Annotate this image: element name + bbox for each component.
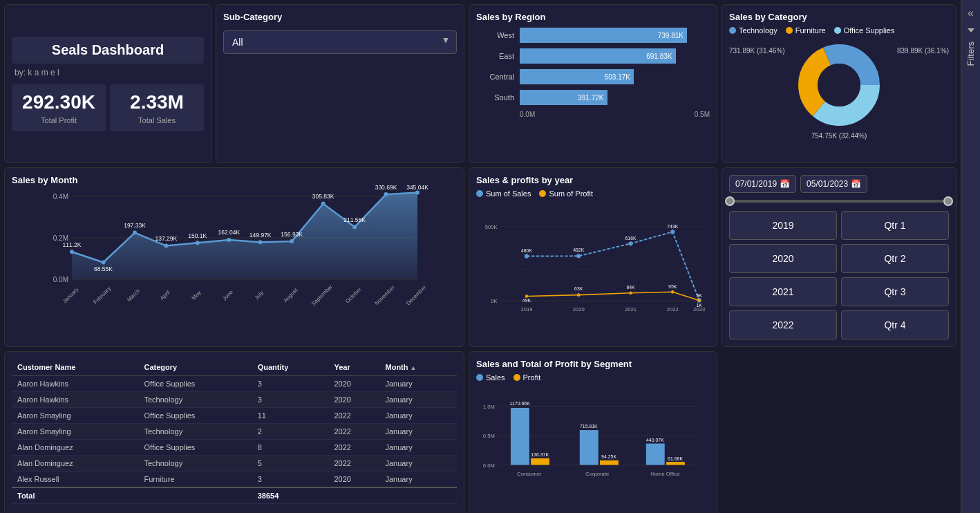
total-profit-label: Total Profit: [19, 116, 99, 124]
svg-text:330.69K: 330.69K: [375, 184, 397, 191]
svg-point-22: [415, 191, 420, 195]
svg-text:137.29K: 137.29K: [156, 235, 178, 242]
table-row: Aaron Hawkins Office Supplies 3 2020 Jan…: [12, 376, 457, 392]
segment-title: Sales and Total of Profit by Segment: [476, 359, 710, 369]
svg-text:May: May: [191, 290, 202, 301]
date-slider-row: [729, 200, 949, 203]
sidebar-collapse-icon[interactable]: «: [968, 7, 974, 19]
svg-text:0.4M: 0.4M: [53, 193, 68, 200]
svg-text:743K: 743K: [667, 224, 679, 229]
svg-text:94.25K: 94.25K: [601, 454, 616, 459]
subcategory-select[interactable]: All Accessories Appliances Art Binders B…: [223, 30, 457, 54]
filters-label[interactable]: Filters: [965, 41, 976, 66]
svg-text:95K: 95K: [668, 284, 677, 289]
svg-text:211.56K: 211.56K: [343, 216, 366, 223]
sales-by-category-card: Sales by Category Technology Furniture O…: [722, 4, 957, 163]
total-sales-label: Total Sales: [117, 116, 197, 124]
svg-point-69: [629, 291, 632, 295]
year-btn-2019[interactable]: 2019: [729, 211, 837, 240]
date-slider-track[interactable]: [729, 200, 949, 203]
subcategory-title: Sub-Category: [223, 12, 457, 22]
table-scroll[interactable]: Customer Name Category Quantity Year Mon…: [12, 359, 457, 504]
legend-sum-sales: Sum of Sales: [476, 189, 531, 198]
svg-text:480K: 480K: [521, 248, 533, 253]
slider-thumb-right[interactable]: [943, 196, 953, 206]
date-range-row: 07/01/2019 📅 05/01/2023 📅: [729, 175, 949, 193]
svg-text:345.04K: 345.04K: [406, 184, 428, 191]
region-title: Sales by Region: [476, 12, 710, 22]
segment-svg: 1.0M 0.5M 0.0M 1170.66K 136.37K 715.81K …: [476, 387, 710, 508]
svg-text:150.1K: 150.1K: [188, 232, 207, 239]
subcategory-select-wrapper[interactable]: All Accessories Appliances Art Binders B…: [223, 26, 457, 54]
svg-text:0.0M: 0.0M: [53, 276, 68, 283]
svg-point-67: [525, 295, 529, 298]
svg-point-58: [576, 254, 581, 258]
legend-sum-profit: Sum of Profit: [539, 189, 593, 198]
qtr-btn-3[interactable]: Qtr 3: [841, 277, 949, 306]
sales-by-month-card: Sales by Month 0.4M 0.2M 0.0M: [4, 167, 464, 347]
svg-text:482K: 482K: [573, 248, 585, 252]
table-total-row: Total 38654: [12, 487, 457, 504]
start-date-box[interactable]: 07/01/2019 📅: [729, 175, 796, 193]
svg-text:Corporate: Corporate: [585, 471, 609, 477]
qtr-btn-4[interactable]: Qtr 4: [841, 310, 949, 339]
total-sales-box: 2.33M Total Sales: [110, 84, 204, 131]
svg-point-16: [227, 238, 231, 242]
svg-text:0.0M: 0.0M: [483, 463, 495, 469]
svg-text:616K: 616K: [625, 236, 637, 241]
sales-by-region-card: Sales by Region West 739.81K East 691.83…: [469, 4, 717, 163]
slider-thumb-left[interactable]: [725, 196, 735, 206]
donut-chart-wrapper: 731.89K (31.46%) 839.89K (36.1%) 754.75K…: [729, 40, 949, 130]
year-svg: 500K 0K 2019 2020 2021 2022 2023 480K 48…: [476, 203, 710, 335]
region-bar-south: South 391.72K: [476, 90, 710, 105]
data-table: Customer Name Category Quantity Year Mon…: [12, 359, 457, 504]
homeoffice-profit-bar: [666, 462, 685, 465]
svg-text:63K: 63K: [574, 286, 583, 291]
total-profit-value: 292.30K: [19, 91, 99, 113]
table-row: Aaron Smayling Office Supplies 11 2022 J…: [12, 408, 457, 424]
dashboard-title: Seals Dashboard: [12, 37, 204, 64]
svg-text:1.0M: 1.0M: [483, 404, 495, 410]
sum-profit-dot: [539, 190, 546, 197]
svg-point-12: [102, 261, 106, 265]
col-header-quantity: Quantity: [252, 359, 329, 376]
svg-text:149.97K: 149.97K: [249, 232, 272, 239]
svg-point-20: [352, 225, 357, 229]
end-date-box[interactable]: 05/01/2023 📅: [800, 175, 867, 193]
year-btn-2022[interactable]: 2022: [729, 310, 837, 339]
total-label: Total: [12, 487, 138, 504]
year-legend: Sum of Sales Sum of Profit: [476, 189, 710, 198]
col-header-month[interactable]: Month ▲: [380, 359, 458, 376]
year-btn-2020[interactable]: 2020: [729, 244, 837, 273]
total-profit-box: 292.30K Total Profit: [12, 84, 106, 131]
svg-point-17: [258, 240, 263, 244]
svg-text:0K: 0K: [491, 298, 498, 304]
subcategory-card: Sub-Category All Accessories Appliances …: [216, 4, 464, 163]
svg-text:2022: 2022: [667, 306, 679, 313]
svg-text:715.81K: 715.81K: [580, 424, 598, 429]
col-header-year: Year: [328, 359, 379, 376]
legend-office-supplies: Office Supplies: [834, 26, 895, 35]
svg-text:1K: 1K: [696, 303, 702, 308]
year-btn-2021[interactable]: 2021: [729, 277, 837, 306]
qtr-btn-1[interactable]: Qtr 1: [841, 211, 949, 240]
svg-point-14: [164, 244, 168, 248]
date-selector-card: 07/01/2019 📅 05/01/2023 📅 2019 Qtr 1 202…: [722, 167, 957, 347]
donut-chart: [794, 40, 884, 130]
corporate-sales-bar: [580, 430, 599, 465]
table-row: Alex Russell Furniture 3 2020 January: [12, 472, 457, 488]
svg-point-70: [671, 290, 675, 294]
region-axis: 0.0M 0.5M: [476, 111, 710, 118]
svg-point-59: [628, 241, 632, 245]
data-table-card: Customer Name Category Quantity Year Mon…: [4, 351, 464, 513]
svg-point-11: [70, 250, 74, 254]
svg-text:2020: 2020: [573, 306, 585, 313]
legend-technology: Technology: [729, 26, 778, 35]
svg-text:197.33K: 197.33K: [124, 222, 146, 229]
svg-text:February: February: [92, 286, 112, 306]
svg-text:2021: 2021: [625, 306, 637, 313]
end-date-value: 05/01/2023: [807, 179, 848, 189]
month-svg: 0.4M 0.2M 0.0M: [12, 189, 457, 317]
qtr-btn-2[interactable]: Qtr 2: [841, 244, 949, 273]
svg-point-15: [196, 241, 200, 245]
